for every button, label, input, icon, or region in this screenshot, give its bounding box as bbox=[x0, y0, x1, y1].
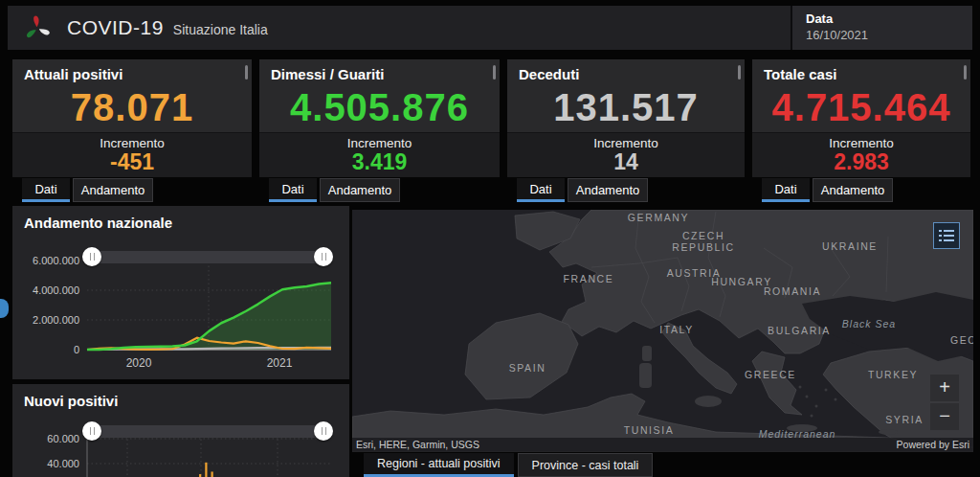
y-tick-label: 40.000 bbox=[47, 458, 79, 469]
legend-button[interactable] bbox=[933, 222, 960, 249]
panel-title: Nuovi positivi bbox=[12, 384, 349, 409]
card-scrollbar[interactable] bbox=[245, 65, 248, 80]
tab-regioni-attuali-positivi[interactable]: Regioni - attuali positivi bbox=[364, 453, 514, 477]
stat-card-attuali-positivi: Attuali positivi 78.071 Incremento -451 bbox=[12, 59, 252, 177]
increment-label: Incremento bbox=[12, 133, 252, 150]
card-increment: Incremento 2.983 bbox=[752, 132, 970, 177]
tabs-dimessi-guariti: Dati Andamento bbox=[269, 178, 400, 202]
tab-dati[interactable]: Dati bbox=[517, 178, 565, 202]
map-tab-bar: Regioni - attuali positivi Province - ca… bbox=[352, 453, 973, 477]
x-tick-label: 2021 bbox=[267, 356, 293, 370]
increment-label: Incremento bbox=[752, 133, 970, 150]
covid-dashboard: COVID-19 Situazione Italia Data 16/10/20… bbox=[0, 0, 980, 477]
increment-value: 14 bbox=[507, 150, 745, 173]
app-header: COVID-19 Situazione Italia Data 16/10/20… bbox=[8, 6, 972, 50]
europe-map-canvas[interactable] bbox=[352, 210, 973, 452]
stat-card-totale-casi: Totale casi 4.715.464 Incremento 2.983 bbox=[752, 59, 970, 177]
protezione-civile-logo bbox=[21, 11, 54, 44]
y-tick-label: 60.000 bbox=[47, 433, 79, 444]
card-title: Attuali positivi bbox=[12, 59, 252, 82]
card-value: 4.715.464 bbox=[752, 82, 970, 132]
tab-dati[interactable]: Dati bbox=[762, 178, 810, 202]
card-value: 78.071 bbox=[12, 82, 252, 132]
map-attribution: Esri, HERE, Garmin, USGS Powered by Esri bbox=[352, 438, 973, 452]
time-slider-handle-left[interactable] bbox=[82, 421, 101, 441]
tabs-attuali-positivi: Dati Andamento bbox=[22, 178, 153, 202]
time-slider-handle-left[interactable] bbox=[82, 247, 101, 266]
tabs-deceduti: Dati Andamento bbox=[517, 178, 648, 202]
card-title: Dimessi / Guariti bbox=[259, 59, 500, 82]
panel-nuovi-positivi: 60.00040.000 Nuovi positivi bbox=[12, 384, 349, 477]
map-zoom-out-button[interactable]: − bbox=[930, 403, 959, 430]
date-label: Data bbox=[806, 11, 972, 27]
stat-card-dimessi-guariti: Dimessi / Guariti 4.505.876 Incremento 3… bbox=[259, 59, 500, 177]
legend-list-icon bbox=[939, 229, 954, 242]
bar bbox=[205, 463, 207, 477]
date-value: 16/10/2021 bbox=[806, 27, 972, 43]
card-title: Deceduti bbox=[507, 59, 745, 82]
stat-card-deceduti: Deceduti 131.517 Incremento 14 bbox=[507, 59, 745, 177]
increment-label: Incremento bbox=[259, 133, 500, 150]
x-tick-label: 2020 bbox=[126, 356, 152, 370]
tabs-totale-casi: Dati Andamento bbox=[762, 178, 893, 202]
page-subtitle: Situazione Italia bbox=[173, 22, 268, 37]
card-increment: Incremento 14 bbox=[507, 132, 745, 177]
tab-dati[interactable]: Dati bbox=[22, 178, 70, 202]
increment-label: Incremento bbox=[507, 133, 745, 150]
tab-andamento[interactable]: Andamento bbox=[73, 178, 153, 202]
card-scrollbar[interactable] bbox=[493, 65, 496, 80]
increment-value: 3.419 bbox=[259, 150, 500, 173]
time-slider-track[interactable] bbox=[84, 251, 331, 263]
tab-andamento[interactable]: Andamento bbox=[568, 178, 648, 202]
europe-map[interactable]: GERMANYCZECH REPUBLICUKRAINEAUSTRIAHUNGA… bbox=[352, 210, 973, 452]
time-slider-handle-right[interactable] bbox=[314, 421, 333, 441]
card-value: 4.505.876 bbox=[259, 82, 500, 132]
y-tick-label: 4.000.000 bbox=[33, 284, 79, 296]
sidebar-expander-arrow[interactable] bbox=[0, 299, 9, 318]
y-tick-label: 0 bbox=[74, 344, 79, 355]
card-increment: Incremento 3.419 bbox=[259, 132, 500, 177]
tab-andamento[interactable]: Andamento bbox=[813, 178, 893, 202]
time-slider-handle-right[interactable] bbox=[314, 247, 333, 266]
tab-andamento[interactable]: Andamento bbox=[320, 178, 400, 202]
page-title: COVID-19 bbox=[67, 16, 164, 39]
panel-title: Andamento nazionale bbox=[12, 206, 349, 231]
tab-dati[interactable]: Dati bbox=[269, 178, 317, 202]
powered-by-esri: Powered by Esri bbox=[897, 438, 969, 452]
increment-value: -451 bbox=[12, 150, 252, 173]
card-increment: Incremento -451 bbox=[12, 132, 252, 177]
tab-province-casi-totali[interactable]: Province - casi totali bbox=[518, 453, 654, 477]
bar bbox=[212, 471, 213, 477]
attribution-text: Esri, HERE, Garmin, USGS bbox=[356, 439, 479, 450]
card-title: Totale casi bbox=[752, 59, 970, 82]
andamento-nazionale-chart: 6.000.0004.000.0002.000.000020202021 bbox=[12, 206, 349, 379]
card-scrollbar[interactable] bbox=[738, 65, 741, 80]
panel-andamento-nazionale: 6.000.0004.000.0002.000.000020202021 And… bbox=[12, 206, 349, 379]
card-scrollbar[interactable] bbox=[964, 65, 967, 80]
increment-value: 2.983 bbox=[752, 150, 970, 173]
card-value: 131.517 bbox=[507, 82, 745, 132]
date-panel: Data 16/10/2021 bbox=[791, 6, 972, 50]
y-tick-label: 2.000.000 bbox=[33, 314, 79, 326]
map-zoom-in-button[interactable]: + bbox=[930, 375, 959, 401]
time-slider-track[interactable] bbox=[84, 425, 331, 438]
y-tick-label: 6.000.000 bbox=[33, 255, 79, 266]
